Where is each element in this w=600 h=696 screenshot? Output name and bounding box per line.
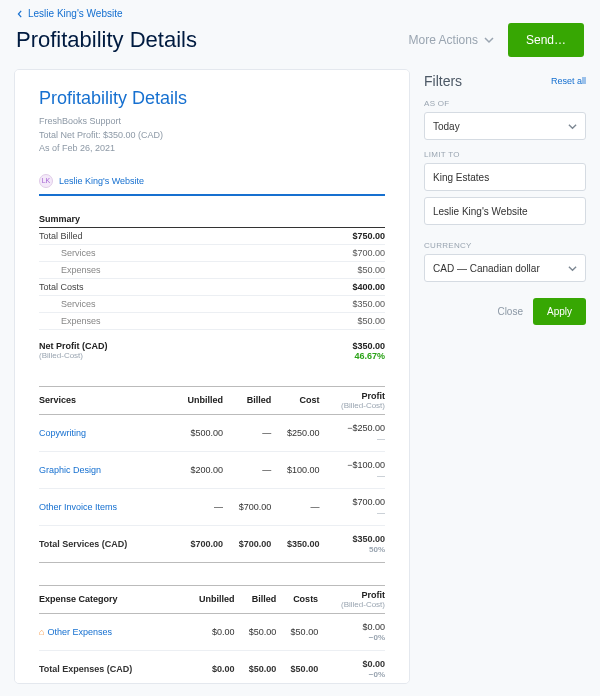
services-th-profit-sub: (Billed-Cost) [320,401,385,410]
more-actions-dropdown[interactable]: More Actions [405,27,498,53]
cell: $50.00 [276,613,318,650]
services-th-unbilled: Unbilled [170,386,223,414]
summary-costs-expenses-value: $50.00 [357,316,385,326]
cell: $100.00 [271,451,319,488]
service-name[interactable]: Graphic Design [39,451,170,488]
asof-value: Today [433,121,460,132]
cell: $50.00 [235,650,277,684]
chevron-down-icon [484,35,494,45]
summary-billed-expenses-value: $50.00 [357,265,385,275]
filter-asof-label: As of [424,99,586,108]
report-asof: As of Feb 26, 2021 [39,142,385,156]
currency-select[interactable]: CAD — Canadian dollar [424,254,586,282]
total-label: Total Expenses (CAD) [39,650,181,684]
reset-all-link[interactable]: Reset all [551,76,586,86]
page-title: Profitability Details [16,27,197,53]
summary-costs-services-value: $350.00 [352,299,385,309]
cell: $700.00 [223,488,271,525]
cell: — [223,451,271,488]
report-org: FreshBooks Support [39,115,385,129]
expenses-table: Expense Category Unbilled Billed Costs P… [39,585,385,685]
cell: $350.00 [271,525,319,562]
expenses-th-profit-sub: (Billed-Cost) [318,600,385,609]
cell-pct: −0% [318,670,385,679]
cell: $350.00 [352,534,385,544]
cell-sub: — [320,508,385,517]
cell-pct: 50% [320,545,385,554]
cell: $0.00 [362,622,385,632]
expenses-th-cost: Costs [276,585,318,613]
summary-heading: Summary [39,214,385,228]
expenses-th-name: Expense Category [39,585,181,613]
services-total-row: Total Services (CAD) $700.00 $700.00 $35… [39,525,385,562]
chevron-down-icon [568,122,577,131]
services-th-name: Services [39,386,170,414]
filter-limit-label: Limit to [424,150,586,159]
cell: $50.00 [276,650,318,684]
summary-netprofit-label: Net Profit (CAD) [39,341,108,351]
summary-billed-services-label: Services [39,248,96,258]
table-row: ⌂Other Expenses $0.00 $50.00 $50.00 $0.0… [39,613,385,650]
summary-costs-expenses-label: Expenses [39,316,101,326]
services-table: Services Unbilled Billed Cost Profit(Bil… [39,386,385,563]
report-card: Profitability Details FreshBooks Support… [14,69,410,684]
cell: $250.00 [271,414,319,451]
cell-sub: — [320,434,385,443]
chevron-down-icon [568,264,577,273]
table-row: Graphic Design $200.00 — $100.00 −$100.0… [39,451,385,488]
expenses-th-profit: Profit [362,590,386,600]
cell: $0.00 [181,650,235,684]
cell: $0.00 [362,659,385,669]
services-th-billed: Billed [223,386,271,414]
filters-panel: Filters Reset all As of Today Limit to C… [424,69,586,684]
chevron-left-icon [16,10,24,18]
filter-currency-label: Currency [424,241,586,250]
tag-icon: ⌂ [39,627,44,637]
summary-total-billed-label: Total Billed [39,231,83,241]
limit-input-2[interactable] [424,197,586,225]
table-row: Copywriting $500.00 — $250.00 −$250.00— [39,414,385,451]
apply-button[interactable]: Apply [533,298,586,325]
more-actions-label: More Actions [409,33,478,47]
expense-name[interactable]: ⌂Other Expenses [39,613,181,650]
summary-netprofit-sub: (Billed-Cost) [39,351,108,360]
expenses-total-row: Total Expenses (CAD) $0.00 $50.00 $50.00… [39,650,385,684]
report-title: Profitability Details [39,88,385,109]
cell: — [170,488,223,525]
asof-select[interactable]: Today [424,112,586,140]
cell: $200.00 [170,451,223,488]
site-name[interactable]: Leslie King's Website [59,176,144,186]
cell: $50.00 [235,613,277,650]
service-name[interactable]: Copywriting [39,414,170,451]
cell: −$100.00 [347,460,385,470]
summary-netprofit-pct: 46.67% [352,351,385,361]
cell-sub: — [320,471,385,480]
cell: −$250.00 [347,423,385,433]
close-link[interactable]: Close [497,306,523,317]
summary-total-costs-label: Total Costs [39,282,84,292]
cell: $0.00 [181,613,235,650]
breadcrumb[interactable]: Leslie King's Website [16,8,584,19]
currency-value: CAD — Canadian dollar [433,263,540,274]
cell-pct: −0% [318,633,385,642]
limit-input-1[interactable] [424,163,586,191]
summary-netprofit-value: $350.00 [352,341,385,351]
avatar: LK [39,174,53,188]
total-label: Total Services (CAD) [39,525,170,562]
cell: $700.00 [223,525,271,562]
cell: $500.00 [170,414,223,451]
summary-costs-services-label: Services [39,299,96,309]
summary-billed-services-value: $700.00 [352,248,385,258]
site-row: LK Leslie King's Website [39,174,385,196]
expenses-th-billed: Billed [235,585,277,613]
report-net-line: Total Net Profit: $350.00 (CAD) [39,129,385,143]
filters-title: Filters [424,73,462,89]
summary-total-billed-value: $750.00 [352,231,385,241]
service-name[interactable]: Other Invoice Items [39,488,170,525]
cell: — [271,488,319,525]
table-row: Other Invoice Items — $700.00 — $700.00— [39,488,385,525]
cell: — [223,414,271,451]
send-button[interactable]: Send… [508,23,584,57]
cell: $700.00 [352,497,385,507]
report-meta: FreshBooks Support Total Net Profit: $35… [39,115,385,156]
